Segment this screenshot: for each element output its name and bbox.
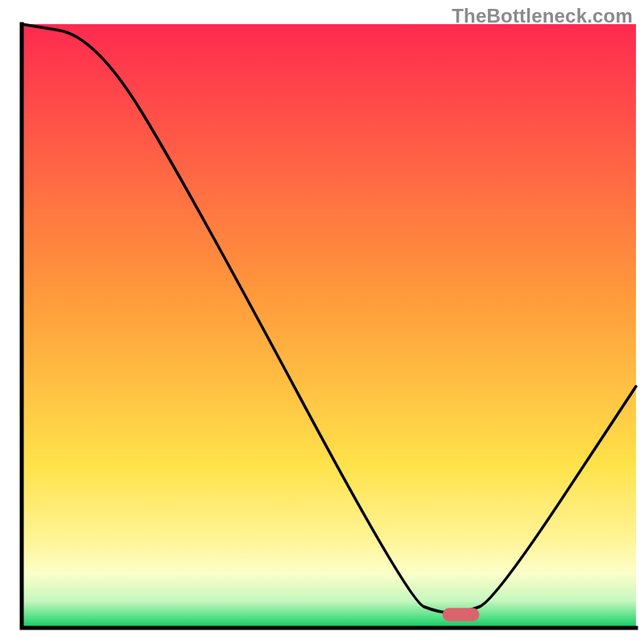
bottleneck-chart	[0, 0, 644, 644]
optimal-marker	[443, 608, 480, 621]
chart-container: TheBottleneck.com	[0, 0, 644, 644]
watermark-text: TheBottleneck.com	[452, 5, 633, 27]
plot-gradient-background	[22, 24, 636, 628]
